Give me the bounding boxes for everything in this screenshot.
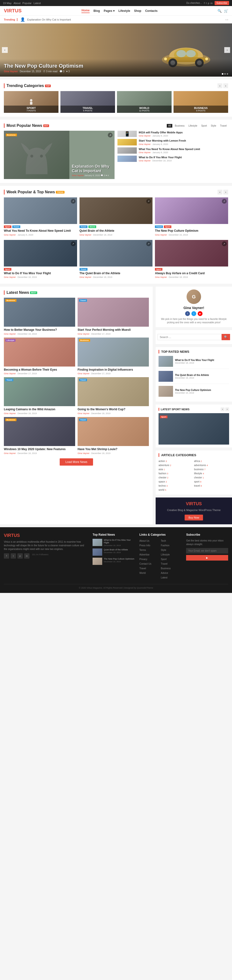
week-card-6[interactable]: ↗ Sport Always Buy Airfare on a Credit C…: [155, 240, 228, 280]
popular-item-2[interactable]: Start Your Morning with Lemon Fresh Gina…: [118, 139, 228, 145]
popular-item-1[interactable]: 📱 IKEA will Finally Offer Mobile Apps Gi…: [118, 131, 228, 137]
week-card-2[interactable]: ↗ Travel World Quiet Brain of the Athlet…: [79, 197, 153, 237]
filter-sport[interactable]: Sport: [200, 124, 208, 127]
cat-adventures[interactable]: adventures 4: [194, 463, 229, 467]
filter-all[interactable]: All: [167, 124, 172, 127]
week-share-icon-6[interactable]: ↗: [222, 241, 227, 246]
popular-item-4[interactable]: What to Do If You Miss Your Flight Gina …: [118, 156, 228, 162]
footer-link-travel2[interactable]: Travel: [161, 563, 167, 565]
category-sport[interactable]: SPORT7 Posts: [4, 91, 59, 113]
nav-blog[interactable]: Blog: [94, 9, 100, 13]
footer-pinterest-btn[interactable]: p: [17, 553, 23, 558]
filter-lifestyle[interactable]: Lifestyle: [187, 124, 199, 127]
week-share-icon-1[interactable]: ↗: [71, 199, 76, 204]
top-rated-item-3[interactable]: The New Pop Culture Optimism December 15…: [159, 386, 229, 397]
nav-lifestyle[interactable]: Lifestyle: [118, 9, 130, 13]
cat-sport[interactable]: sport 9: [194, 480, 229, 484]
promo-buy-button[interactable]: Buy Now: [184, 515, 203, 520]
footer-link-advertise[interactable]: Advertise: [140, 553, 149, 556]
footer-link-advice[interactable]: Advice: [161, 572, 168, 574]
sport-next-btn[interactable]: ›: [225, 407, 229, 411]
logo[interactable]: VIRTUS: [4, 8, 22, 14]
latest-card-5[interactable]: Travel Leaping Caimans in the Wild Amazo…: [4, 377, 75, 415]
hero-next-button[interactable]: ›: [224, 47, 230, 53]
cart-icon[interactable]: 🛒: [224, 9, 228, 13]
nav-contacts[interactable]: Contacts: [145, 9, 157, 13]
week-share-icon-4[interactable]: ↗: [71, 241, 76, 246]
latest-card-4[interactable]: Business Finding Inspiration in Digital …: [78, 337, 149, 375]
hero-dot-3[interactable]: [227, 73, 228, 75]
footer-facebook-btn[interactable]: f: [4, 553, 9, 558]
cat-lifestyle[interactable]: lifestyle 4: [194, 472, 229, 475]
author-twitter-btn[interactable]: t: [191, 311, 196, 316]
search-input[interactable]: [157, 334, 222, 340]
week-share-icon-2[interactable]: ↗: [146, 199, 151, 204]
footer-link-latest[interactable]: Latest: [161, 576, 167, 579]
search-icon[interactable]: 🔍: [218, 9, 222, 13]
cat-travel[interactable]: travel 8: [194, 484, 229, 488]
footer-link-fashion[interactable]: Fashion: [161, 544, 170, 547]
footer-link-style[interactable]: Style: [161, 549, 166, 551]
hero-dot-2[interactable]: [224, 73, 226, 75]
cat-techno[interactable]: techno 3: [159, 484, 194, 488]
footer-link-terms[interactable]: Terms: [140, 549, 146, 551]
filter-business[interactable]: Business: [173, 124, 186, 127]
cat-chester1[interactable]: chester 2: [159, 476, 194, 479]
hero-prev-button[interactable]: ‹: [2, 47, 8, 53]
filter-style[interactable]: Style: [209, 124, 218, 127]
cat-action[interactable]: action 3: [159, 459, 194, 463]
sport-news-card[interactable]: Sport What You Need To Know About New Sp…: [159, 413, 229, 445]
week-card-5[interactable]: ↗ Travel The Quiet Brain of the Athlete …: [79, 240, 153, 280]
top-rated-item-2[interactable]: The Quiet Brain of the Athlete December …: [159, 371, 229, 382]
latest-card-2[interactable]: Travel Start Your Perfect Morning with M…: [78, 298, 149, 335]
cat-world[interactable]: world 5: [159, 488, 194, 492]
category-business[interactable]: BUSINESS8 Posts: [173, 91, 228, 113]
footer-link-about[interactable]: About Us: [140, 539, 149, 542]
category-travel[interactable]: TRAVEL5 Posts: [60, 91, 115, 113]
footer-subscribe-button[interactable]: ▶: [186, 555, 228, 560]
week-share-icon-5[interactable]: ↗: [146, 241, 151, 246]
nav-pages[interactable]: Pages ▾: [104, 9, 114, 13]
footer-news-item-3[interactable]: The New Pop Culture Optimism December 15…: [92, 558, 135, 565]
topbar-popular[interactable]: Popular: [22, 2, 32, 5]
cat-asia[interactable]: asia 1: [159, 468, 194, 471]
cat-space[interactable]: space 2: [159, 480, 194, 484]
footer-link-business[interactable]: Business: [161, 567, 171, 570]
footer-link-tech[interactable]: Tech: [161, 539, 166, 542]
popular-main-share-icon[interactable]: ↗: [108, 133, 113, 137]
popular-main-article[interactable]: Business ↗ Explanation On Why Cat is Imp…: [4, 131, 114, 179]
footer-instagram-btn[interactable]: in: [24, 553, 30, 558]
hero-dot-1[interactable]: [222, 73, 223, 75]
category-world[interactable]: WORLD12 Posts: [117, 91, 172, 113]
topbar-about[interactable]: About: [14, 2, 21, 5]
footer-link-sport[interactable]: Sport: [161, 558, 167, 560]
footer-news-item-1[interactable]: What to Do If You Miss Your Flight Decem…: [92, 539, 135, 547]
trending-next[interactable]: ›: [223, 83, 228, 88]
week-next[interactable]: ›: [223, 190, 228, 194]
pinterest-icon[interactable]: p: [208, 2, 209, 5]
top-rated-item-1[interactable]: What to Do If You Miss Your Flight Decem…: [159, 356, 229, 367]
nav-shop[interactable]: Shop: [134, 9, 141, 13]
topbar-latest[interactable]: Latest: [33, 2, 41, 5]
latest-card-6[interactable]: Travel Going to the Women's World Cup? G…: [78, 377, 149, 415]
week-share-icon-3[interactable]: ↗: [222, 199, 227, 204]
filter-travel[interactable]: Travel: [219, 124, 228, 127]
footer-link-press[interactable]: Press Info: [140, 544, 150, 547]
author-youtube-btn[interactable]: ▶: [198, 311, 202, 316]
cat-africa[interactable]: africa 2: [194, 459, 229, 463]
footer-link-world[interactable]: World: [140, 572, 146, 574]
week-card-4[interactable]: ↗ Sport What to Do If You Miss Your Flig…: [4, 240, 77, 280]
facebook-icon[interactable]: f: [204, 2, 205, 5]
footer-link-privacy[interactable]: Privacy: [140, 558, 148, 560]
popular-item-3[interactable]: What You Need To Know About New Speed Li…: [118, 147, 228, 154]
cat-chester2[interactable]: chester 1: [194, 476, 229, 479]
latest-card-1[interactable]: Business How to Better Manage Your Busin…: [4, 298, 75, 335]
load-more-button[interactable]: Load More News: [60, 458, 93, 466]
twitter-icon[interactable]: t: [206, 2, 207, 5]
footer-news-item-2[interactable]: Quiet Brain of the Athlete December 19, …: [92, 549, 135, 556]
latest-card-3[interactable]: Lifestyle Becoming a Woman Before Their …: [4, 337, 75, 375]
nav-home[interactable]: Home: [81, 9, 89, 13]
footer-link-lifestyle[interactable]: Lifestyle: [161, 553, 170, 556]
footer-email-input[interactable]: [186, 548, 228, 554]
sport-prev-btn[interactable]: ‹: [221, 407, 224, 411]
